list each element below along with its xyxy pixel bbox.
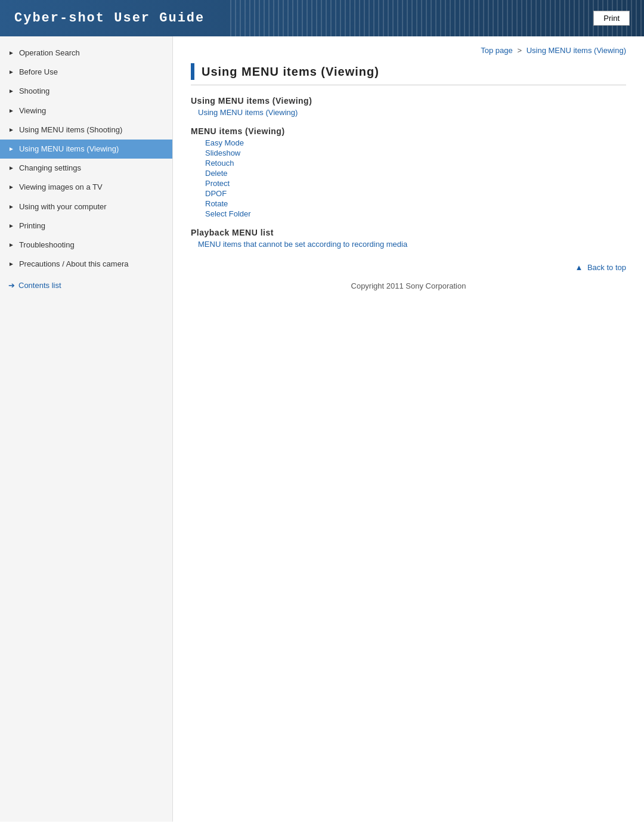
section-using-menu-heading: Using MENU items (Viewing) bbox=[191, 96, 626, 106]
sidebar-item-viewing-images-tv[interactable]: ► Viewing images on a TV bbox=[0, 178, 172, 197]
sidebar-item-label: Viewing images on a TV bbox=[19, 182, 164, 193]
sidebar-item-label: Before Use bbox=[19, 67, 164, 78]
sidebar-item-label: Using MENU items (Viewing) bbox=[19, 144, 164, 154]
sidebar-arrow-icon: ► bbox=[8, 126, 14, 134]
section-using-menu: Using MENU items (Viewing) Using MENU it… bbox=[191, 96, 626, 117]
sidebar-arrow-icon: ► bbox=[8, 183, 14, 191]
sidebar-item-using-menu-viewing[interactable]: ► Using MENU items (Viewing) bbox=[0, 140, 172, 159]
sidebar-item-label: Using with your computer bbox=[19, 202, 164, 212]
sidebar-item-using-computer[interactable]: ► Using with your computer bbox=[0, 197, 172, 216]
sidebar-arrow-icon: ► bbox=[8, 87, 14, 95]
breadcrumb-current[interactable]: Using MENU items (Viewing) bbox=[527, 46, 626, 55]
sidebar-item-label: Using MENU items (Shooting) bbox=[19, 125, 164, 135]
sidebar-item-using-menu-shooting[interactable]: ► Using MENU items (Shooting) bbox=[0, 120, 172, 140]
menu-item-link-easy-mode[interactable]: Easy Mode bbox=[205, 138, 626, 147]
sidebar-item-label: Troubleshooting bbox=[19, 240, 164, 250]
sidebar-arrow-icon: ► bbox=[8, 164, 14, 172]
sidebar-item-troubleshooting[interactable]: ► Troubleshooting bbox=[0, 236, 172, 255]
sidebar-item-label: Printing bbox=[19, 221, 164, 231]
main-layout: ► Operation Search ► Before Use ► Shooti… bbox=[0, 36, 644, 822]
sidebar-item-label: Operation Search bbox=[19, 48, 164, 58]
back-to-top-label: Back to top bbox=[587, 263, 626, 272]
menu-item-link-delete[interactable]: Delete bbox=[205, 169, 626, 178]
breadcrumb: Top page > Using MENU items (Viewing) bbox=[191, 46, 626, 55]
sidebar-arrow-icon: ► bbox=[8, 68, 14, 76]
section-using-menu-link[interactable]: Using MENU items (Viewing) bbox=[198, 108, 626, 117]
menu-item-link-dpof[interactable]: DPOF bbox=[205, 189, 626, 198]
sidebar-item-shooting[interactable]: ► Shooting bbox=[0, 82, 172, 101]
sidebar-arrow-icon: ► bbox=[8, 49, 14, 57]
page-title-accent bbox=[191, 63, 194, 80]
sidebar-item-printing[interactable]: ► Printing bbox=[0, 216, 172, 236]
menu-item-link-select-folder[interactable]: Select Folder bbox=[205, 209, 626, 218]
sidebar-item-viewing[interactable]: ► Viewing bbox=[0, 101, 172, 120]
sidebar-item-operation-search[interactable]: ► Operation Search bbox=[0, 44, 172, 63]
header-title: Cyber-shot User Guide bbox=[14, 11, 205, 26]
header: Cyber-shot User Guide Print bbox=[0, 0, 644, 36]
contents-list-label: Contents list bbox=[18, 281, 61, 290]
playback-heading: Playback MENU list bbox=[191, 228, 626, 237]
sidebar-item-label: Precautions / About this camera bbox=[19, 259, 164, 270]
menu-item-link-slideshow[interactable]: Slideshow bbox=[205, 148, 626, 157]
menu-item-link-retouch[interactable]: Retouch bbox=[205, 159, 626, 168]
sidebar-item-precautions[interactable]: ► Precautions / About this camera bbox=[0, 255, 172, 274]
page-title-bar: Using MENU items (Viewing) bbox=[191, 63, 626, 85]
sidebar: ► Operation Search ► Before Use ► Shooti… bbox=[0, 36, 173, 822]
sidebar-arrow-icon: ► bbox=[8, 241, 14, 249]
section-playback: Playback MENU list MENU items that canno… bbox=[191, 228, 626, 249]
sidebar-arrow-icon: ► bbox=[8, 222, 14, 230]
page-title: Using MENU items (Viewing) bbox=[202, 65, 379, 79]
menu-item-link-rotate[interactable]: Rotate bbox=[205, 199, 626, 208]
sidebar-item-before-use[interactable]: ► Before Use bbox=[0, 63, 172, 82]
content-area: Top page > Using MENU items (Viewing) Us… bbox=[173, 36, 644, 822]
back-to-top-icon: ▲ bbox=[575, 263, 583, 272]
sidebar-item-changing-settings[interactable]: ► Changing settings bbox=[0, 159, 172, 178]
back-to-top-link[interactable]: ▲ Back to top bbox=[575, 263, 626, 272]
copyright: Copyright 2011 Sony Corporation bbox=[191, 281, 626, 290]
menu-item-link-protect[interactable]: Protect bbox=[205, 179, 626, 188]
print-button[interactable]: Print bbox=[593, 11, 630, 26]
sidebar-arrow-icon: ► bbox=[8, 145, 14, 153]
sidebar-item-label: Shooting bbox=[19, 86, 164, 97]
sidebar-item-label: Viewing bbox=[19, 106, 164, 116]
sidebar-arrow-icon: ► bbox=[8, 203, 14, 211]
content-footer: ▲ Back to top bbox=[191, 263, 626, 272]
contents-list-arrow-icon: ➔ bbox=[8, 281, 15, 290]
section-menu-items: MENU items (Viewing) Easy ModeSlideshowR… bbox=[191, 126, 626, 218]
sidebar-arrow-icon: ► bbox=[8, 107, 14, 115]
sidebar-item-label: Changing settings bbox=[19, 163, 164, 174]
menu-items-list: Easy ModeSlideshowRetouchDeleteProtectDP… bbox=[198, 138, 626, 218]
breadcrumb-top-page[interactable]: Top page bbox=[481, 46, 513, 55]
section-menu-items-heading: MENU items (Viewing) bbox=[191, 126, 626, 136]
breadcrumb-separator: > bbox=[517, 46, 522, 55]
sidebar-footer-contents-list[interactable]: ➔ Contents list bbox=[0, 274, 172, 297]
sidebar-arrow-icon: ► bbox=[8, 260, 14, 268]
playback-link[interactable]: MENU items that cannot be set according … bbox=[198, 240, 626, 249]
